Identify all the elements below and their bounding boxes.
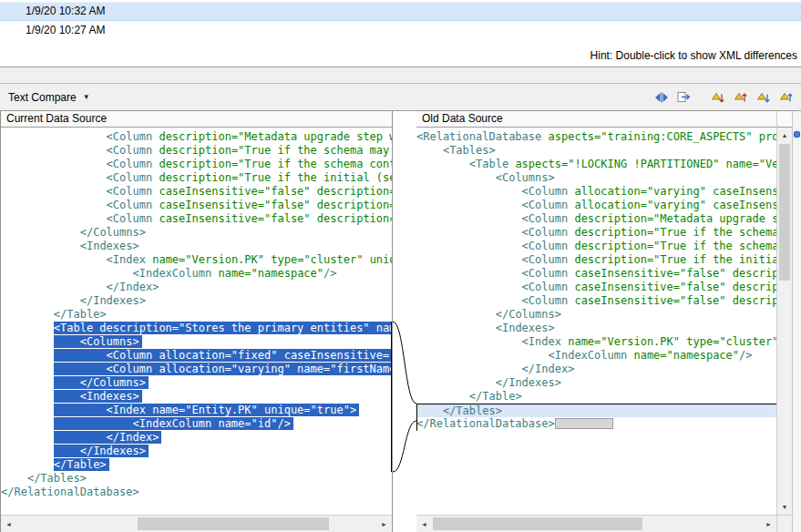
code-line[interactable]: </Indexes> <box>1 294 392 308</box>
code-line[interactable]: <Column caseInsensitive="false" descript… <box>1 199 392 212</box>
section-spacer <box>0 67 801 83</box>
code-line[interactable]: </Indexes> <box>416 376 776 390</box>
text-compare-selector[interactable]: Text Compare ▼ <box>8 91 90 104</box>
vscroll-header-spacer <box>777 111 792 128</box>
scroll-left-icon[interactable]: ◄ <box>1 516 16 532</box>
code-line[interactable]: <Tables> <box>416 144 776 158</box>
code-line[interactable]: <Indexes> <box>1 240 392 253</box>
hint-text: Hint: Double-click to show XML differenc… <box>590 49 797 62</box>
previous-difference-icon[interactable] <box>732 88 750 107</box>
code-line[interactable]: <Column allocation="varying" caseInsensi… <box>416 185 776 199</box>
diff-highlight-line[interactable]: <Index name="Entity.PK" unique="true"> <box>1 404 392 417</box>
code-line[interactable]: <Column description="True if the initial… <box>1 171 392 185</box>
diff-highlight-line[interactable]: <Column allocation="varying" name="first… <box>1 363 392 376</box>
code-line[interactable]: <IndexColumn name="namespace"/> <box>416 349 776 363</box>
diff-gutter <box>393 111 416 532</box>
next-difference-icon[interactable] <box>709 88 727 107</box>
compare-toolbar: Text Compare ▼ <box>0 83 801 111</box>
code-line[interactable]: <Column description="True if the schema … <box>416 240 776 253</box>
scroll-left-icon[interactable]: ◄ <box>416 516 432 532</box>
code-line[interactable]: <Column description="True if the initial… <box>416 253 776 267</box>
left-pane-title: Current Data Source <box>1 111 392 128</box>
compare-window: 1/9/20 10:32 AM 1/9/20 10:27 AM Hint: Do… <box>0 0 801 532</box>
diff-highlight-line[interactable]: <IndexColumn name="id"/> <box>1 417 392 431</box>
overview-ruler[interactable] <box>792 111 801 532</box>
right-pane: Old Data Source <RelationalDatabase aspe… <box>416 111 776 532</box>
code-line[interactable]: </Table> <box>1 308 392 322</box>
vscroll-thumb[interactable] <box>779 144 790 281</box>
code-line[interactable]: <Column description="True if the schema … <box>1 144 392 158</box>
code-line[interactable]: <Column caseInsensitive="false" descript… <box>1 212 392 226</box>
left-pane: Current Data Source <Column description=… <box>0 111 393 532</box>
code-line[interactable]: <Column caseInsensitive="false" descript… <box>416 294 776 308</box>
right-code[interactable]: <RelationalDatabase aspects="training:CO… <box>416 128 776 515</box>
right-pane-title: Old Data Source <box>416 111 776 128</box>
history-row[interactable]: 1/9/20 10:27 AM <box>0 21 801 39</box>
left-code[interactable]: <Column description="Metadata upgrade st… <box>1 128 392 515</box>
history-row-selected[interactable]: 1/9/20 10:32 AM <box>0 2 801 21</box>
code-line[interactable]: <Index name="Version.PK" type="cluster" … <box>416 335 776 349</box>
code-line[interactable]: </Table> <box>416 390 776 404</box>
code-line[interactable]: <Table aspects="!LOCKING !PARTITIONED" n… <box>416 158 776 171</box>
scrollbar-corner <box>777 515 792 532</box>
code-line[interactable]: <Column description="True if the schema … <box>1 158 392 171</box>
diff-highlight-line[interactable]: <Columns> <box>1 335 392 349</box>
toolbar-icons <box>652 88 796 107</box>
code-line[interactable]: </Index> <box>416 363 776 376</box>
diff-highlight-line[interactable]: </Table> <box>1 458 392 472</box>
left-hscrollbar[interactable]: ◄ ► <box>1 515 392 532</box>
diff-connector-lines <box>393 111 416 532</box>
right-hscrollbar[interactable]: ◄ ► <box>416 515 776 532</box>
diff-insert-edge <box>416 404 417 431</box>
code-line[interactable]: </RelationalDatabase> <box>416 417 776 431</box>
code-line[interactable]: <Column caseInsensitive="false" descript… <box>416 267 776 281</box>
diff-highlight-line[interactable]: <Column allocation="fixed" caseInsensiti… <box>1 349 392 363</box>
code-line[interactable]: </Index> <box>1 281 392 294</box>
left-hscroll-thumb[interactable] <box>138 517 329 530</box>
history-timestamp: 1/9/20 10:27 AM <box>26 24 105 36</box>
scroll-right-icon[interactable]: ► <box>376 516 392 532</box>
diff-overview-marker[interactable] <box>794 131 800 138</box>
code-line[interactable]: </Tables> <box>416 404 776 417</box>
code-line[interactable]: <IndexColumn name="namespace"/> <box>1 267 392 281</box>
diff-highlight-line[interactable]: </Index> <box>1 431 392 445</box>
diff-highlight-line[interactable]: </Columns> <box>1 376 392 390</box>
right-hscroll-thumb[interactable] <box>433 517 642 530</box>
code-line[interactable]: <Column description="True if the schema … <box>416 226 776 240</box>
scroll-down-icon[interactable]: ▼ <box>777 499 792 515</box>
next-change-icon[interactable] <box>755 88 773 107</box>
code-line[interactable]: <Indexes> <box>416 322 776 335</box>
code-line[interactable]: <Column description="Metadata upgrade st… <box>416 212 776 226</box>
code-line[interactable]: <Column description="Metadata upgrade st… <box>1 130 392 144</box>
previous-change-icon[interactable] <box>777 88 796 107</box>
code-line[interactable]: <Column allocation="varying" caseInsensi… <box>416 199 776 212</box>
code-line[interactable]: </RelationalDatabase> <box>1 486 392 499</box>
scroll-right-icon[interactable]: ► <box>761 516 776 532</box>
diff-highlight-line[interactable]: <Indexes> <box>1 390 392 404</box>
diff-block-edge <box>391 322 392 472</box>
copy-all-left-to-right-icon[interactable] <box>675 88 693 107</box>
code-line[interactable]: </Columns> <box>1 226 392 240</box>
vscrollbar-column: ▲ ▼ <box>776 111 792 532</box>
code-line[interactable]: <RelationalDatabase aspects="training:CO… <box>416 130 776 144</box>
empty-diff-placeholder <box>555 418 613 429</box>
code-line[interactable]: </Columns> <box>416 308 776 322</box>
code-line[interactable]: <Index name="Version.PK" type="cluster" … <box>1 253 392 267</box>
text-compare-label: Text Compare <box>8 91 77 104</box>
code-line[interactable]: <Column caseInsensitive="false" descript… <box>1 185 392 199</box>
history-timestamp: 1/9/20 10:32 AM <box>26 5 105 17</box>
code-line[interactable]: <Column caseInsensitive="false" descript… <box>416 281 776 294</box>
right-vscrollbar[interactable]: ▲ ▼ <box>777 128 792 515</box>
code-line[interactable]: </Tables> <box>1 472 392 486</box>
code-line[interactable]: <Columns> <box>416 171 776 185</box>
compare-body: Current Data Source <Column description=… <box>0 111 801 532</box>
history-list: 1/9/20 10:32 AM 1/9/20 10:27 AM <box>0 0 801 39</box>
scroll-up-icon[interactable]: ▲ <box>777 128 792 143</box>
swap-view-icon[interactable] <box>652 88 671 107</box>
chevron-down-icon: ▼ <box>83 94 90 101</box>
hint-bar: Hint: Double-click to show XML differenc… <box>0 39 801 67</box>
diff-highlight-line[interactable]: </Indexes> <box>1 445 392 458</box>
diff-highlight-line[interactable]: <Table description="Stores the primary e… <box>1 322 392 335</box>
